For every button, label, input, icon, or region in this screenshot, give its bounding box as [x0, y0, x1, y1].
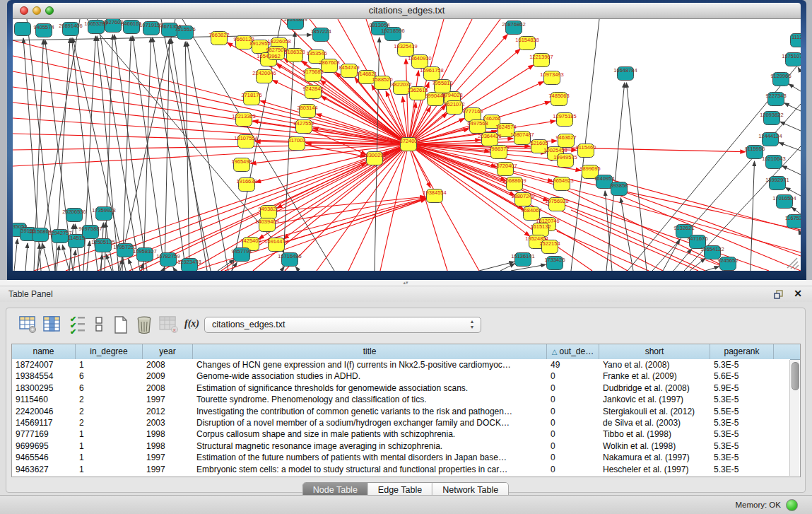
new-column-icon[interactable] [112, 315, 132, 337]
network-canvas[interactable]: 9405574208914061065328715276028466161107… [13, 19, 801, 271]
row-height-icon[interactable] [94, 315, 114, 337]
edge[interactable] [283, 144, 408, 239]
table-cell-year[interactable]: 1997 [143, 394, 193, 405]
function-builder-icon[interactable]: f(x) [184, 318, 204, 339]
table-cell-short[interactable]: Yano et al. (2008) [599, 359, 710, 370]
table-cell-in_degree[interactable]: 1 [76, 452, 143, 463]
edge[interactable] [408, 144, 801, 252]
table-cell-title[interactable]: Structural magnetic resonance image aver… [193, 440, 547, 452]
table-cell-pagerank[interactable]: 5.3E-5 [710, 464, 774, 475]
edge[interactable] [13, 40, 408, 144]
table-cell-title[interactable]: Corpus callosum shape and size in male p… [193, 428, 547, 440]
table-cell-title[interactable]: Estimation of significance thresholds fo… [193, 382, 547, 394]
table-cell-name[interactable]: 18300295 [12, 382, 76, 394]
memory-status-indicator[interactable] [786, 499, 798, 511]
network-window-titlebar[interactable]: citations_edges.txt [13, 3, 801, 19]
edge[interactable] [779, 143, 801, 151]
table-select-dropdown[interactable]: citations_edges.txt ▲▼ [204, 317, 481, 333]
table-cell-title[interactable]: Disruption of a novel member of a sodium… [193, 417, 547, 428]
table-cell-name[interactable]: 9463627 [12, 464, 76, 475]
table-cell-name[interactable]: 9699695 [12, 440, 76, 452]
edge[interactable] [751, 161, 755, 271]
table-cell-name[interactable]: 9465546 [12, 452, 76, 463]
edge[interactable] [13, 103, 408, 144]
table-cell-year[interactable]: 2012 [143, 406, 193, 417]
table-row[interactable]: 969969511998Structural magnetic resonanc… [12, 440, 790, 452]
split-divider[interactable]: ▴▾ [0, 280, 812, 286]
table-cell-out_de[interactable]: 0 [547, 428, 599, 440]
edge[interactable] [129, 259, 133, 271]
edge[interactable] [57, 245, 59, 271]
table-cell-out_de[interactable]: 49 [547, 359, 599, 370]
edge[interactable] [792, 207, 801, 214]
edge[interactable] [780, 122, 801, 131]
table-cell-year[interactable]: 2009 [143, 370, 193, 382]
table-cell-title[interactable]: Tourette syndrome. Phenomenology and cla… [193, 394, 547, 405]
table-cell-short[interactable]: Wolkin et al. (1998) [599, 440, 710, 452]
float-panel-icon[interactable] [774, 289, 784, 298]
edge[interactable] [14, 239, 18, 271]
edge[interactable] [225, 199, 426, 271]
edge[interactable] [165, 39, 170, 271]
column-select-icon[interactable] [43, 315, 63, 337]
column-header-name[interactable]: name [12, 344, 76, 359]
table-cell-year[interactable]: 2003 [143, 417, 193, 428]
table-cell-out_de[interactable]: 0 [547, 394, 599, 405]
table-cell-in_degree[interactable]: 1 [76, 464, 143, 475]
column-header-out_de[interactable]: △out_de… [547, 344, 599, 359]
table-cell-name[interactable]: 14569117 [12, 417, 76, 428]
table-cell-in_degree[interactable]: 1 [76, 428, 143, 440]
table-cell-name[interactable]: 9115460 [12, 394, 76, 405]
table-cell-pagerank[interactable]: 5.3E-5 [710, 440, 774, 452]
table-cell-in_degree[interactable]: 2 [76, 394, 143, 405]
edge[interactable] [218, 259, 234, 271]
table-cell-short[interactable]: Franke et al. (2009) [599, 370, 710, 382]
edge[interactable] [626, 83, 647, 271]
table-row[interactable]: 911546021997Tourette syndrome. Phenomeno… [12, 394, 790, 405]
table-cell-short[interactable]: Jankovic et al. (1997) [599, 394, 710, 405]
table-cell-name[interactable]: 18724007 [12, 359, 76, 370]
table-cell-pagerank[interactable]: 5.9E-5 [710, 382, 774, 394]
table-cell-title[interactable]: Estimation of the future numbers of pati… [193, 452, 547, 463]
table-cell-pagerank[interactable]: 5.3E-5 [710, 394, 774, 405]
table-cell-year[interactable]: 2008 [143, 382, 193, 394]
edge[interactable] [782, 166, 801, 175]
table-cell-title[interactable]: Changes of HCN gene expression and I(f) … [193, 359, 547, 370]
table-scrollbar-thumb[interactable] [792, 362, 799, 390]
table-cell-out_de[interactable]: 0 [547, 440, 599, 452]
table-cell-short[interactable]: Stergiakouli et al. (2012) [599, 406, 710, 417]
edge[interactable] [571, 210, 705, 271]
edge[interactable] [295, 267, 299, 271]
edge[interactable] [37, 244, 40, 271]
select-attributes-icon[interactable]: ✔ ✔ ✔ [70, 315, 90, 337]
edge[interactable] [557, 231, 649, 271]
table-row[interactable]: 946554611997Estimation of the future num… [12, 452, 790, 463]
edge[interactable] [153, 37, 186, 271]
edge[interactable] [62, 245, 69, 271]
table-row[interactable]: 977716911998Corpus callosum shape and si… [12, 428, 790, 440]
graph-node[interactable] [15, 23, 31, 36]
edge[interactable] [277, 144, 408, 208]
table-cell-year[interactable]: 1998 [143, 428, 193, 440]
edge[interactable] [97, 36, 119, 271]
table-cell-name[interactable]: 19384554 [12, 370, 76, 382]
table-row[interactable]: 1830029562008Estimation of significance … [12, 382, 790, 394]
edge[interactable] [173, 267, 175, 271]
table-settings-icon[interactable] [19, 315, 39, 337]
column-header-title[interactable]: title [193, 344, 547, 359]
edge[interactable] [114, 35, 147, 271]
table-cell-out_de[interactable]: 0 [547, 464, 599, 475]
table-cell-pagerank[interactable]: 5.3E-5 [710, 428, 774, 440]
table-cell-year[interactable]: 1997 [143, 464, 193, 475]
column-header-in_degree[interactable]: in_degree [76, 344, 143, 359]
table-cell-short[interactable]: de Silva et al. (2003) [599, 417, 710, 428]
edge[interactable] [408, 144, 479, 271]
edge[interactable] [789, 84, 801, 91]
table-cell-title[interactable]: Genome-wide association studies in ADHD. [193, 370, 547, 382]
table-row[interactable]: 1872400712008Changes of HCN gene express… [12, 359, 790, 370]
delete-column-icon[interactable] [135, 315, 155, 337]
column-header-year[interactable]: year [143, 344, 193, 359]
table-row[interactable]: 1456911722003Disruption of a novel membe… [12, 417, 790, 428]
table-cell-out_de[interactable]: 0 [547, 382, 599, 394]
table-cell-out_de[interactable]: 0 [547, 417, 599, 428]
